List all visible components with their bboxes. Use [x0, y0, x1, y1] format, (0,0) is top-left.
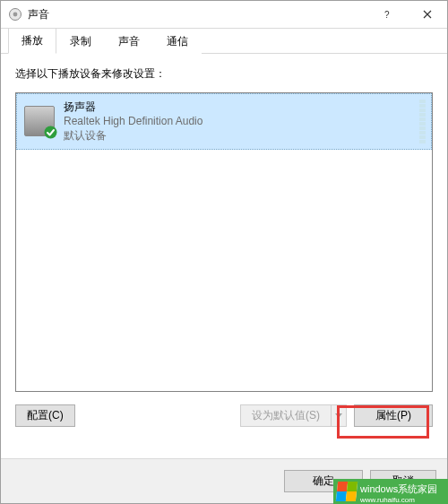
window-title: 声音: [28, 7, 366, 22]
watermark: windows系统家园 www.ruhaifu.com: [333, 479, 448, 504]
tabstrip: 播放 录制 声音 通信: [1, 29, 447, 54]
set-default-button: 设为默认值(S): [240, 404, 331, 427]
configure-button[interactable]: 配置(C): [15, 404, 75, 427]
svg-point-3: [45, 126, 57, 139]
windows-logo-icon: [336, 482, 358, 501]
svg-text:?: ?: [384, 10, 390, 19]
titlebar: 声音 ?: [1, 1, 447, 29]
tab-content: 选择以下播放设备来修改设置： 扬声器 Realtek High Definiti…: [1, 54, 447, 458]
watermark-sub: www.ruhaifu.com: [360, 496, 437, 504]
level-meter: [419, 100, 426, 143]
tab-sounds[interactable]: 声音: [105, 29, 153, 54]
help-button[interactable]: ?: [366, 1, 407, 28]
close-button[interactable]: [407, 1, 447, 28]
svg-point-1: [13, 13, 18, 17]
watermark-text: windows系统家园: [360, 483, 437, 494]
device-list[interactable]: 扬声器 Realtek High Definition Audio 默认设备: [15, 92, 433, 392]
annotation-highlight: [337, 405, 429, 439]
device-driver: Realtek High Definition Audio: [64, 114, 202, 128]
tab-playback[interactable]: 播放: [8, 28, 56, 54]
default-check-icon: [44, 126, 57, 139]
device-status: 默认设备: [64, 128, 202, 143]
device-name: 扬声器: [64, 100, 202, 114]
sound-app-icon: [8, 7, 22, 22]
tab-recording[interactable]: 录制: [56, 29, 105, 54]
device-text: 扬声器 Realtek High Definition Audio 默认设备: [64, 100, 202, 143]
speaker-icon: [24, 106, 55, 136]
instruction-text: 选择以下播放设备来修改设置：: [15, 66, 433, 82]
tab-communications[interactable]: 通信: [153, 29, 202, 54]
device-item[interactable]: 扬声器 Realtek High Definition Audio 默认设备: [16, 93, 432, 150]
